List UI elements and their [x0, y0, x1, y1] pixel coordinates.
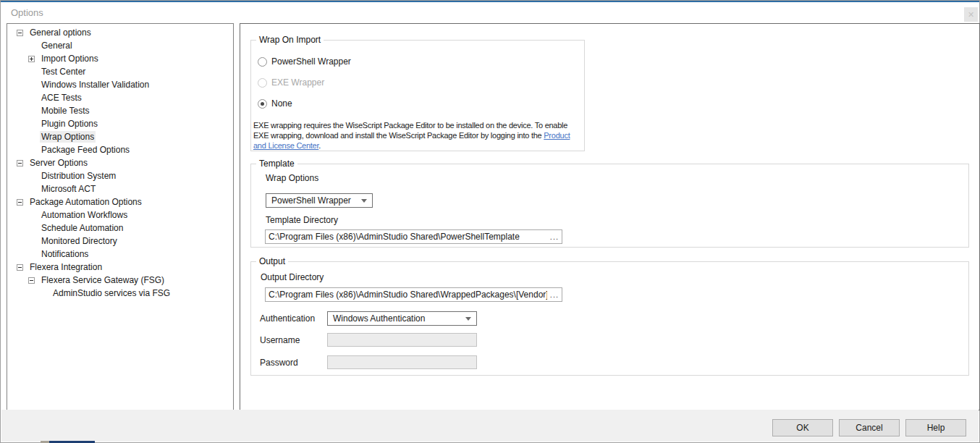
chevron-down-icon: [361, 199, 367, 203]
tree-item-general[interactable]: General: [7, 39, 233, 52]
group-title: Template: [256, 159, 297, 169]
tree-collapse-icon[interactable]: [17, 264, 23, 271]
radio-button-icon: [258, 57, 267, 67]
tree-item-label: ACE Tests: [40, 92, 83, 104]
radio-label: EXE Wrapper: [271, 77, 324, 88]
tree-item-test-center[interactable]: Test Center: [7, 65, 233, 78]
tree-item-automation-workflows[interactable]: Automation Workflows: [7, 208, 233, 222]
radio-label: None: [271, 98, 292, 109]
tree-item-import-options[interactable]: Import Options: [7, 52, 233, 65]
tree-item-label: Mobile Tests: [40, 105, 90, 117]
tree-item-schedule-automation[interactable]: Schedule Automation: [7, 222, 233, 235]
wrap-options-selected-value: PowerShell Wrapper: [271, 195, 351, 206]
note-line2: EXE wrapping, download and install the W…: [253, 131, 544, 140]
tree-item-label: Automation Workflows: [40, 209, 129, 221]
close-icon[interactable]: ✕: [964, 7, 978, 22]
wrap-on-import-group: Wrap On Import PowerShell WrapperEXE Wra…: [250, 40, 585, 151]
tree-item-plugin-options[interactable]: Plugin Options: [7, 117, 233, 130]
radio-exe-wrapper: EXE Wrapper: [258, 77, 324, 88]
tree-item-label: Test Center: [40, 66, 87, 77]
window-title: Options: [11, 7, 43, 18]
tree-item-flexera-integration[interactable]: Flexera Integration: [7, 261, 233, 274]
tree-item-label: Distribution System: [40, 170, 117, 182]
options-tree: General optionsGeneralImport OptionsTest…: [7, 23, 234, 412]
tree-item-label: Plugin Options: [40, 118, 99, 130]
group-title: Wrap On Import: [256, 35, 324, 45]
chevron-down-icon: [465, 317, 471, 321]
tree-item-label: Monitored Directory: [40, 235, 119, 247]
tree-item-windows-installer-validation[interactable]: Windows Installer Validation: [7, 78, 233, 91]
authentication-label: Authentication: [260, 313, 315, 324]
tree-item-label: Import Options: [40, 53, 100, 64]
tree-item-adminstudio-services-via-fsg[interactable]: AdminStudio services via FSG: [7, 287, 233, 300]
wrap-options-label: Wrap Options: [266, 173, 318, 183]
template-directory-field[interactable]: C:\Program Files (x86)\AdminStudio Share…: [265, 229, 562, 244]
tree-expand-icon[interactable]: [28, 56, 35, 62]
radio-button-icon: [258, 99, 267, 109]
output-directory-label: Output Directory: [261, 272, 324, 282]
output-directory-value: C:\Program Files (x86)\AdminStudio Share…: [269, 290, 547, 300]
tree-item-server-options[interactable]: Server Options: [7, 156, 233, 169]
template-directory-label: Template Directory: [266, 215, 338, 225]
radio-powershell-wrapper[interactable]: PowerShell Wrapper: [258, 56, 351, 67]
settings-panel: Wrap On Import PowerShell WrapperEXE Wra…: [240, 23, 980, 410]
password-field: [327, 355, 477, 369]
tree-item-label: Server Options: [28, 157, 89, 169]
note-line1: EXE wrapping requires the WiseScript Pac…: [253, 121, 567, 130]
radio-none[interactable]: None: [258, 98, 292, 109]
tree-collapse-icon[interactable]: [17, 30, 23, 36]
tree-item-label: AdminStudio services via FSG: [51, 287, 172, 299]
browse-button[interactable]: ...: [550, 232, 559, 241]
tree-item-label: Wrap Options: [40, 131, 96, 143]
tree-item-label: Schedule Automation: [40, 222, 124, 234]
note-period: .: [318, 141, 321, 150]
options-dialog: Options ✕ General optionsGeneralImport O…: [0, 0, 980, 443]
tree-item-label: General: [40, 40, 74, 51]
browse-button[interactable]: ...: [550, 290, 559, 299]
tree-item-label: Microsoft ACT: [40, 183, 97, 195]
tree-collapse-icon[interactable]: [28, 277, 35, 284]
tree-item-microsoft-act[interactable]: Microsoft ACT: [7, 182, 233, 195]
help-button[interactable]: Help: [905, 419, 966, 436]
tree-item-monitored-directory[interactable]: Monitored Directory: [7, 235, 233, 248]
exe-wrapping-note: EXE wrapping requires the WiseScript Pac…: [253, 120, 583, 151]
template-directory-value: C:\Program Files (x86)\AdminStudio Share…: [269, 232, 547, 242]
tree-item-label: Windows Installer Validation: [40, 79, 151, 90]
tree-item-notifications[interactable]: Notifications: [7, 248, 233, 261]
username-label: Username: [260, 335, 300, 345]
radio-label: PowerShell Wrapper: [271, 56, 351, 67]
tree-item-label: Notifications: [40, 248, 90, 260]
product-license-center-link[interactable]: Product: [544, 131, 570, 140]
tree-item-package-automation-options[interactable]: Package Automation Options: [7, 195, 233, 208]
titlebar: Options ✕: [1, 2, 979, 22]
dialog-footer: OK Cancel Help: [1, 410, 979, 442]
tree-item-mobile-tests[interactable]: Mobile Tests: [7, 104, 233, 117]
tree-item-distribution-system[interactable]: Distribution System: [7, 169, 233, 182]
group-title: Output: [256, 256, 288, 266]
cancel-button[interactable]: Cancel: [839, 419, 900, 436]
tree-item-label: Package Automation Options: [28, 196, 143, 208]
tree-collapse-icon[interactable]: [17, 199, 23, 206]
ok-button[interactable]: OK: [772, 419, 833, 436]
tree-item-ace-tests[interactable]: ACE Tests: [7, 91, 233, 104]
tree-item-label: Flexera Service Gateway (FSG): [40, 274, 166, 286]
tree-item-wrap-options[interactable]: Wrap Options: [7, 130, 233, 143]
authentication-selected-value: Windows Authentication: [333, 313, 425, 324]
password-label: Password: [260, 358, 298, 368]
tree-item-general-options[interactable]: General options: [7, 26, 233, 39]
wrap-options-dropdown[interactable]: PowerShell Wrapper: [266, 193, 373, 208]
username-field: [327, 333, 477, 347]
product-license-center-link[interactable]: and License Center: [253, 141, 318, 150]
template-group: Template Wrap Options PowerShell Wrapper…: [250, 164, 969, 248]
tree-collapse-icon[interactable]: [17, 160, 23, 166]
tree-item-flexera-service-gateway-fsg[interactable]: Flexera Service Gateway (FSG): [7, 274, 233, 287]
output-directory-field[interactable]: C:\Program Files (x86)\AdminStudio Share…: [265, 287, 562, 302]
radio-button-icon: [258, 78, 267, 88]
tree-item-label: General options: [28, 27, 93, 38]
authentication-dropdown[interactable]: Windows Authentication: [327, 311, 477, 326]
output-group: Output Output Directory C:\Program Files…: [250, 261, 969, 376]
tree-item-package-feed-options[interactable]: Package Feed Options: [7, 143, 233, 156]
tree-item-label: Flexera Integration: [28, 261, 104, 273]
tree-item-label: Package Feed Options: [40, 144, 131, 156]
